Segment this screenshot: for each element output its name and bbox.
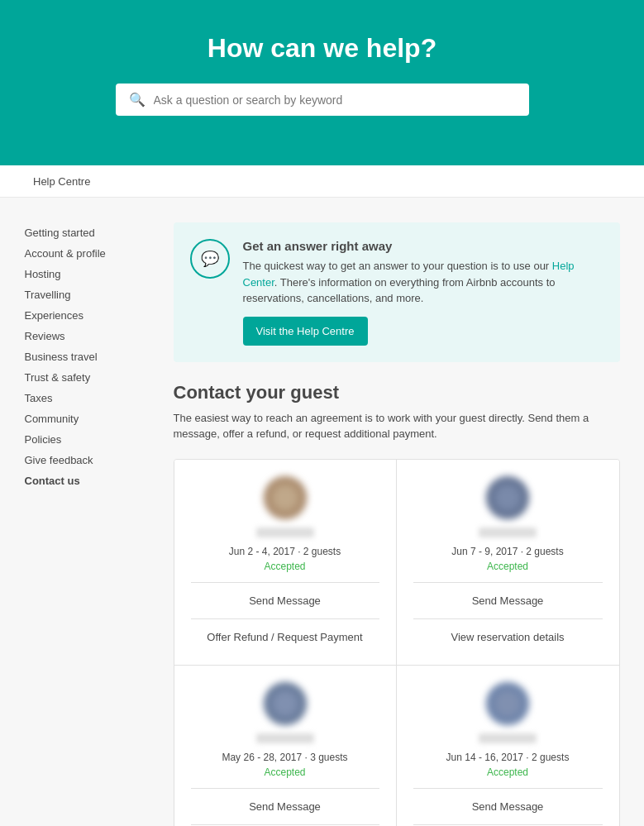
send-message-link[interactable]: Send Message: [191, 590, 379, 612]
breadcrumb-bar: Help Centre: [0, 165, 644, 198]
contact-section-desc: The easiest way to reach an agreement is…: [174, 410, 620, 442]
sidebar-item[interactable]: Trust & safety: [25, 367, 149, 388]
sidebar-item[interactable]: Account & profile: [25, 243, 149, 264]
sidebar-item[interactable]: Reviews: [25, 326, 149, 346]
info-card-title: Get an answer right away: [243, 239, 603, 253]
guest-name-blur: [256, 733, 314, 743]
content-area: 💬 Get an answer right away The quickest …: [174, 222, 620, 826]
send-message-link[interactable]: Send Message: [191, 795, 379, 818]
info-card: 💬 Get an answer right away The quickest …: [174, 222, 620, 362]
guest-name-blur: [479, 733, 537, 743]
sidebar-item[interactable]: Contact us: [25, 470, 149, 491]
guest-dates: Jun 7 - 9, 2017 · 2 guests: [413, 546, 603, 557]
sidebar-item[interactable]: Travelling: [25, 284, 149, 305]
send-message-link[interactable]: Send Message: [413, 590, 603, 612]
guest-card: May 26 - 28, 2017 · 3 guests Accepted Se…: [174, 666, 397, 827]
avatar: [486, 682, 529, 725]
guest-dates: Jun 14 - 16, 2017 · 2 guests: [413, 752, 603, 763]
guest-status: Accepted: [413, 766, 603, 778]
search-icon: 🔍: [129, 92, 145, 107]
info-card-text: The quickest way to get an answer to you…: [243, 258, 603, 307]
hero-title: How can we help?: [17, 33, 627, 64]
info-card-body: Get an answer right away The quickest wa…: [243, 239, 603, 346]
guest-name-blur: [479, 528, 537, 537]
guest-action-link[interactable]: View reservation details: [413, 626, 603, 648]
guest-status: Accepted: [191, 766, 379, 778]
sidebar-item[interactable]: Community: [25, 408, 149, 429]
chat-icon: 💬: [190, 239, 230, 279]
guest-dates: May 26 - 28, 2017 · 3 guests: [191, 752, 379, 763]
contact-section-title: Contact your guest: [174, 382, 620, 403]
info-card-text-before: The quickest way to get an answer to you…: [243, 260, 552, 272]
guest-name-blur: [256, 528, 314, 537]
sidebar: Getting startedAccount & profileHostingT…: [25, 222, 149, 826]
guest-dates: Jun 2 - 4, 2017 · 2 guests: [191, 546, 379, 557]
guest-card: Jun 7 - 9, 2017 · 2 guests Accepted Send…: [397, 460, 619, 666]
sidebar-item[interactable]: Business travel: [25, 346, 149, 367]
sidebar-item[interactable]: Taxes: [25, 388, 149, 408]
sidebar-item[interactable]: Give feedback: [25, 450, 149, 470]
avatar: [264, 682, 307, 725]
sidebar-item[interactable]: Hosting: [25, 264, 149, 284]
search-input[interactable]: [154, 93, 516, 107]
guest-card: Jun 14 - 16, 2017 · 2 guests Accepted Se…: [397, 666, 619, 827]
info-card-text-after: . There's information on everything from…: [243, 276, 556, 305]
guest-status: Accepted: [191, 561, 379, 572]
visit-help-centre-button[interactable]: Visit the Help Centre: [243, 317, 368, 346]
avatar: [264, 476, 307, 519]
guest-action-link[interactable]: Offer Refund / Request Payment: [191, 626, 379, 648]
guest-card: Jun 2 - 4, 2017 · 2 guests Accepted Send…: [174, 460, 397, 666]
sidebar-item[interactable]: Experiences: [25, 305, 149, 326]
breadcrumb-link[interactable]: Help Centre: [33, 175, 90, 188]
hero-section: How can we help? 🔍: [0, 0, 644, 165]
guest-grid: Jun 2 - 4, 2017 · 2 guests Accepted Send…: [174, 459, 620, 827]
avatar: [486, 476, 529, 519]
sidebar-item[interactable]: Policies: [25, 429, 149, 450]
guest-status: Accepted: [413, 561, 603, 572]
send-message-link[interactable]: Send Message: [413, 795, 603, 818]
main-layout: Getting startedAccount & profileHostingT…: [8, 198, 637, 826]
sidebar-item[interactable]: Getting started: [25, 222, 149, 243]
search-bar: 🔍: [116, 84, 529, 116]
